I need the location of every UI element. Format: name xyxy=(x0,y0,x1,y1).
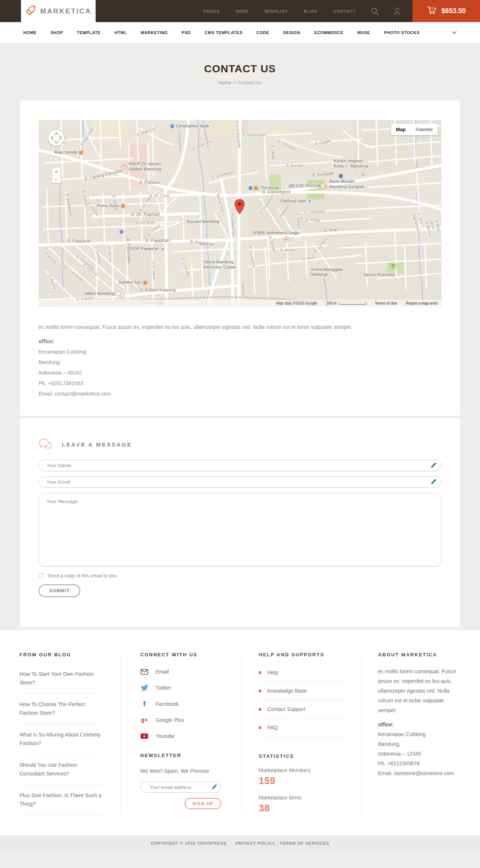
signup-button[interactable]: SIGN UP xyxy=(184,798,221,809)
map-zoom-control[interactable]: + − xyxy=(52,168,60,183)
send-copy-row: Send a copy of this email to you xyxy=(39,573,441,578)
google-watermark: Google xyxy=(42,290,69,299)
submit-button[interactable]: SUBMIT xyxy=(39,584,80,597)
statistics-heading: STATISTICS xyxy=(259,753,346,759)
menu-item[interactable]: MARKETING xyxy=(141,30,168,35)
pan-right-icon[interactable] xyxy=(57,136,62,140)
footer: FROM OUR BLOG How To Start Your Own Fash… xyxy=(0,630,480,835)
form-heading-row: LEAVE A MESSAGE xyxy=(39,438,441,451)
top-nav: PAGESSHOPWISHLISTBLOGCONTACT xyxy=(203,0,356,22)
report-map-error-link[interactable]: Report a map error xyxy=(406,301,438,305)
social-link-email[interactable]: Email xyxy=(140,669,225,675)
google-map[interactable]: + − Map Satellite Google Map data ©2015 … xyxy=(39,120,441,307)
menu-item[interactable]: CMS TEMPLATES xyxy=(205,30,243,35)
office-label: office: xyxy=(39,336,441,347)
email-input[interactable] xyxy=(39,476,441,488)
pen-icon xyxy=(430,463,436,470)
map-scale-bar xyxy=(339,302,366,305)
cart-button[interactable]: $653.50 xyxy=(412,0,480,22)
office-line: Email. contact@marketica.com xyxy=(39,388,441,399)
top-nav-item[interactable]: BLOG xyxy=(304,9,318,13)
footer-about-column: ABOUT MARKETICA ec mollis lorem consequa… xyxy=(361,652,460,815)
top-nav-item[interactable]: PAGES xyxy=(203,9,220,13)
help-link[interactable]: Help xyxy=(259,663,346,682)
square-bullet-icon xyxy=(259,671,261,674)
pan-down-icon[interactable] xyxy=(54,139,58,143)
top-nav-item[interactable]: WISHLIST xyxy=(265,9,288,13)
bottom-bar: COPYRIGHT © 2015 TOKOPRESS PRIVACY POLIC… xyxy=(0,835,480,851)
help-list: Help Knowladge Base Contact Support FAQ xyxy=(259,663,346,737)
office-block: office: Kecamatan CoblongBandung.Indones… xyxy=(39,336,441,399)
email-icon xyxy=(140,669,148,675)
statistic: Marketplace Items 38 xyxy=(259,795,346,814)
menu-item[interactable]: ECOMMERCE xyxy=(314,30,344,35)
social-link-googleplus[interactable]: g+ Google Plus xyxy=(140,717,225,723)
terms-of-services-link[interactable]: TERMS OF SERVICES xyxy=(280,841,329,846)
zoom-out-button[interactable]: − xyxy=(52,175,60,183)
square-bullet-icon xyxy=(259,726,261,729)
youtube-icon xyxy=(140,734,148,739)
menu-item[interactable]: CODE xyxy=(256,30,269,35)
zoom-in-button[interactable]: + xyxy=(52,168,60,175)
menu-item[interactable]: PSD xyxy=(182,30,190,35)
footer-connect-column: CONNECT WITH US Email Twitter xyxy=(120,652,242,815)
message-textarea[interactable] xyxy=(39,493,441,566)
help-link[interactable]: Knowladge Base xyxy=(259,682,346,700)
cart-icon xyxy=(427,6,436,16)
menu-item[interactable]: SHOP xyxy=(50,30,63,35)
blog-link[interactable]: Plus Size Fashion: Is There Such a Thing… xyxy=(20,785,102,815)
office-line: Kecamatan Coblong xyxy=(39,347,441,357)
name-input[interactable] xyxy=(39,460,441,471)
office-line: Bandung. xyxy=(378,739,460,749)
menu-item[interactable]: HOME xyxy=(23,30,36,35)
top-nav-item[interactable]: SHOP xyxy=(236,9,249,13)
privacy-policy-link[interactable]: PRIVACY POLICY xyxy=(236,841,275,846)
menu-item[interactable]: MUSE xyxy=(357,30,370,35)
statistic-label: Marketplace Items xyxy=(259,795,346,801)
blog-link[interactable]: What is So Alluring About Celebrity Fash… xyxy=(20,724,102,754)
map-view-button[interactable]: Map xyxy=(391,124,411,135)
help-link[interactable]: Contact Support xyxy=(259,700,346,719)
newsletter-email-input[interactable] xyxy=(140,781,221,793)
send-copy-checkbox[interactable] xyxy=(39,573,44,578)
user-icon[interactable] xyxy=(393,0,401,22)
menu-item[interactable]: PHOTO STOCKS xyxy=(384,30,420,35)
pen-icon xyxy=(212,784,217,791)
chevron-down-icon[interactable] xyxy=(452,31,457,34)
social-link-facebook[interactable]: f Facebook xyxy=(140,701,225,707)
help-heading: HELP AND SUPPORTS xyxy=(259,652,346,657)
about-text: ec mollis lorem consequat. Fusce ipsum e… xyxy=(378,666,460,715)
social-list: Email Twitter f Facebook g+ Googl xyxy=(140,669,225,739)
blog-link[interactable]: How To Choose The Perfect Fashion Store? xyxy=(20,694,102,724)
breadcrumb-home-link[interactable]: Home xyxy=(218,80,231,85)
footer-blog-column: FROM OUR BLOG How To Start Your Own Fash… xyxy=(20,652,120,815)
twitter-icon xyxy=(140,685,148,691)
menu-item[interactable]: DESIGN xyxy=(283,30,300,35)
newsletter-tagline: We Won't Spam, We Promise xyxy=(140,768,225,774)
menu-item[interactable]: HTML xyxy=(114,30,127,35)
blog-link[interactable]: Should You Use Fashion Consultant Servic… xyxy=(20,754,102,785)
footer-help-column: HELP AND SUPPORTS Help Knowladge Base Co… xyxy=(242,652,361,815)
tag-logo-icon xyxy=(25,5,36,18)
social-link-youtube[interactable]: Youtube xyxy=(140,733,225,739)
breadcrumb-current: Contact Us xyxy=(238,80,262,85)
terms-of-use-link[interactable]: Terms of Use xyxy=(375,301,397,305)
about-office-lines: Kecamatan CoblongBandung.Indonesia – 123… xyxy=(378,729,460,778)
map-pan-control[interactable] xyxy=(48,130,64,146)
pan-left-icon[interactable] xyxy=(51,136,55,140)
blog-link[interactable]: How To Start Your Own Fashion Store? xyxy=(20,663,102,694)
statistics-list: Marketplace Members 159 Marketplace Item… xyxy=(259,767,346,814)
logo[interactable]: MARKETICA xyxy=(21,0,96,22)
search-icon[interactable] xyxy=(370,0,379,22)
page-title: CONTACT US xyxy=(0,63,480,75)
social-link-twitter[interactable]: Twitter xyxy=(140,685,225,691)
newsletter-field-wrap xyxy=(140,781,221,793)
menu-items: HOMESHOPTEMPLATEHTMLMARKETINGPSDCMS TEMP… xyxy=(23,30,420,35)
satellite-view-button[interactable]: Satellite xyxy=(411,124,438,135)
contact-intro-text: ec mollis lorem consequat. Fusce ipsum e… xyxy=(39,324,441,330)
top-nav-item[interactable]: CONTACT xyxy=(333,9,356,13)
help-link[interactable]: FAQ xyxy=(259,719,346,737)
pen-icon xyxy=(430,479,436,486)
menu-item[interactable]: TEMPLATE xyxy=(77,30,100,35)
pan-up-icon[interactable] xyxy=(54,132,58,136)
